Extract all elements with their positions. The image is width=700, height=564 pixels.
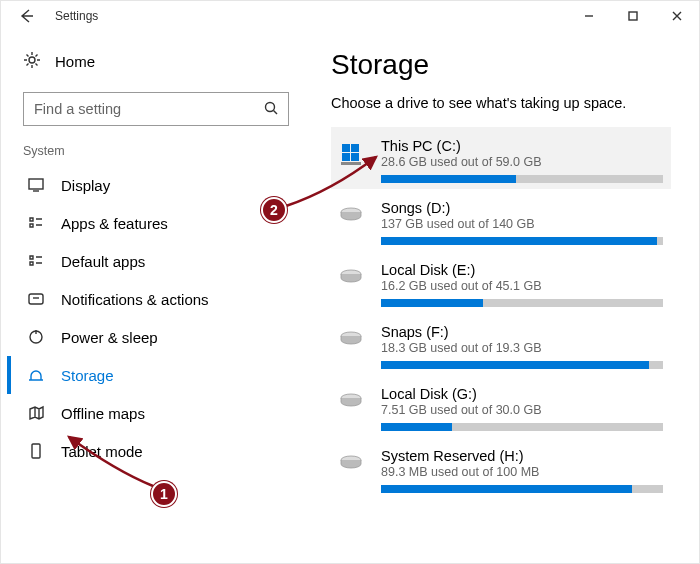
maximize-button[interactable] [611, 11, 655, 21]
svg-rect-8 [351, 144, 359, 152]
sidebar-group-label: System [11, 144, 301, 166]
drive-name: System Reserved (H:) [381, 448, 663, 464]
power-sleep-icon [27, 328, 45, 346]
drive-usage-text: 7.51 GB used out of 30.0 GB [381, 403, 663, 417]
sidebar-item-apps-features[interactable]: Apps & features [7, 204, 301, 242]
maximize-icon [628, 11, 638, 21]
window-title: Settings [51, 9, 98, 23]
drive-row[interactable]: Songs (D:)137 GB used out of 140 GB [331, 189, 671, 251]
search-input[interactable]: Find a setting [23, 92, 289, 126]
storage-icon [27, 366, 45, 384]
sidebar-item-label: Default apps [61, 253, 145, 270]
sidebar-item-storage[interactable]: Storage [7, 356, 301, 394]
apps-features-icon [27, 214, 45, 232]
page-subtitle: Choose a drive to see what's taking up s… [331, 95, 689, 111]
drive-name: Local Disk (E:) [381, 262, 663, 278]
arrow-left-icon [18, 8, 34, 24]
drive-usage-text: 137 GB used out of 140 GB [381, 217, 663, 231]
drive-usage-bar [381, 361, 663, 369]
sidebar-item-display[interactable]: Display [7, 166, 301, 204]
drive-name: Snaps (F:) [381, 324, 663, 340]
drive-usage-bar-fill [381, 237, 657, 245]
main-panel: Storage Choose a drive to see what's tak… [301, 31, 699, 563]
svg-rect-6 [32, 444, 40, 458]
drive-icon [339, 448, 367, 475]
sidebar-item-label: Offline maps [61, 405, 145, 422]
tablet-mode-icon [27, 442, 45, 460]
close-icon [672, 11, 682, 21]
svg-point-1 [29, 57, 35, 63]
drive-row[interactable]: System Reserved (H:)89.3 MB used out of … [331, 437, 671, 499]
home-nav[interactable]: Home [11, 43, 301, 84]
sidebar-item-default-apps[interactable]: Default apps [7, 242, 301, 280]
drive-name: Local Disk (G:) [381, 386, 663, 402]
annotation-marker-2: 2 [261, 197, 287, 223]
drive-list: This PC (C:)28.6 GB used out of 59.0 GBS… [331, 127, 689, 499]
sidebar-item-label: Power & sleep [61, 329, 158, 346]
drive-usage-bar-fill [381, 361, 649, 369]
drive-icon [339, 262, 367, 289]
search-icon [264, 101, 278, 118]
search-placeholder: Find a setting [34, 101, 264, 117]
drive-usage-bar-fill [381, 175, 516, 183]
svg-rect-7 [342, 144, 350, 152]
drive-usage-bar [381, 423, 663, 431]
drive-usage-bar [381, 299, 663, 307]
drive-icon [339, 200, 367, 227]
drive-row[interactable]: Snaps (F:)18.3 GB used out of 19.3 GB [331, 313, 671, 375]
close-button[interactable] [655, 11, 699, 21]
sidebar-item-label: Display [61, 177, 110, 194]
minimize-button[interactable] [567, 11, 611, 21]
drive-usage-bar [381, 175, 663, 183]
offline-maps-icon [27, 404, 45, 422]
os-drive-icon [339, 138, 367, 169]
sidebar-nav-list: DisplayApps & featuresDefault appsNotifi… [11, 166, 301, 470]
gear-icon [23, 51, 41, 72]
home-label: Home [55, 53, 95, 70]
drive-usage-bar [381, 237, 663, 245]
titlebar: Settings [1, 1, 699, 31]
sidebar-item-offline-maps[interactable]: Offline maps [7, 394, 301, 432]
drive-usage-text: 16.2 GB used out of 45.1 GB [381, 279, 663, 293]
sidebar-item-label: Tablet mode [61, 443, 143, 460]
sidebar-item-label: Apps & features [61, 215, 168, 232]
drive-usage-bar [381, 485, 663, 493]
drive-usage-bar-fill [381, 299, 483, 307]
drive-usage-text: 18.3 GB used out of 19.3 GB [381, 341, 663, 355]
annotation-marker-1: 1 [151, 481, 177, 507]
drive-row[interactable]: Local Disk (E:)16.2 GB used out of 45.1 … [331, 251, 671, 313]
drive-usage-text: 89.3 MB used out of 100 MB [381, 465, 663, 479]
sidebar: Home Find a setting System DisplayApps &… [1, 31, 301, 563]
sidebar-item-notifications-actions[interactable]: Notifications & actions [7, 280, 301, 318]
back-button[interactable] [1, 8, 51, 24]
page-title: Storage [331, 49, 689, 81]
svg-rect-0 [629, 12, 637, 20]
sidebar-item-power-sleep[interactable]: Power & sleep [7, 318, 301, 356]
drive-row[interactable]: Local Disk (G:)7.51 GB used out of 30.0 … [331, 375, 671, 437]
sidebar-item-label: Storage [61, 367, 114, 384]
svg-rect-11 [341, 162, 361, 165]
drive-row[interactable]: This PC (C:)28.6 GB used out of 59.0 GB [331, 127, 671, 189]
drive-icon [339, 324, 367, 351]
default-apps-icon [27, 252, 45, 270]
drive-usage-text: 28.6 GB used out of 59.0 GB [381, 155, 663, 169]
svg-rect-3 [29, 179, 43, 189]
drive-usage-bar-fill [381, 423, 452, 431]
sidebar-item-tablet-mode[interactable]: Tablet mode [7, 432, 301, 470]
display-icon [27, 176, 45, 194]
minimize-icon [584, 11, 594, 21]
svg-rect-4 [29, 294, 43, 304]
drive-icon [339, 386, 367, 413]
svg-rect-9 [342, 153, 350, 161]
drive-usage-bar-fill [381, 485, 632, 493]
drive-name: Songs (D:) [381, 200, 663, 216]
sidebar-item-label: Notifications & actions [61, 291, 209, 308]
drive-name: This PC (C:) [381, 138, 663, 154]
svg-rect-10 [351, 153, 359, 161]
svg-point-2 [266, 102, 275, 111]
notifications-actions-icon [27, 290, 45, 308]
